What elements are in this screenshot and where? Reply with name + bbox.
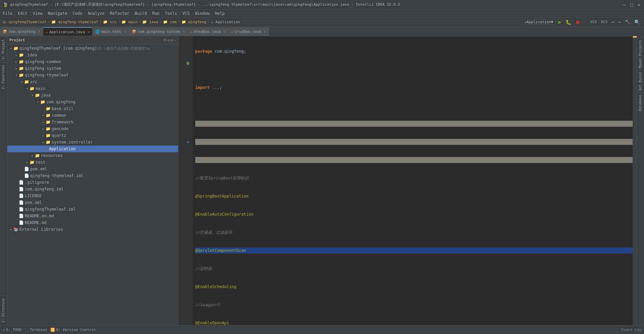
- tree-item[interactable]: ▶📚External Libraries: [7, 226, 178, 233]
- tab-application-java[interactable]: ☕Application.java×: [43, 27, 93, 36]
- tree-item[interactable]: ▼📁qingfeng-thymeleaf: [7, 72, 178, 78]
- maven-projects-button[interactable]: Maven Projects: [637, 38, 644, 70]
- tree-item[interactable]: 📄qingfeng-thymeleaf.iml: [7, 172, 178, 179]
- code-content[interactable]: package com.qingfeng; import ...; /** * …: [193, 36, 633, 325]
- tab-com-qingfeng[interactable]: 📦com.qingfeng×: [0, 27, 43, 36]
- tree-item[interactable]: 📄README.md: [7, 219, 178, 226]
- tree-item[interactable]: 📄.gitignore: [7, 179, 178, 186]
- tree-item[interactable]: ▶📁gencode: [7, 125, 178, 132]
- code-area[interactable]: ⬟ ▶: [178, 36, 637, 325]
- tree-item[interactable]: ▼📁java: [7, 92, 178, 99]
- tree-item[interactable]: ▶📁framework: [7, 119, 178, 125]
- bc-src[interactable]: 📁 src: [103, 20, 117, 24]
- bc-module[interactable]: 📁 qingfeng-thymeleaf: [51, 20, 98, 24]
- menu-item-file[interactable]: File: [0, 10, 15, 16]
- vcs-btn2[interactable]: VCS: [599, 19, 609, 25]
- redo-button[interactable]: ↪: [617, 19, 622, 25]
- tab-cruddao-java[interactable]: ☕CrudDao.java×: [228, 27, 269, 36]
- database-button[interactable]: Database: [637, 93, 644, 113]
- undo-button[interactable]: ↩: [610, 19, 615, 25]
- tree-item[interactable]: 📄pom.xml: [7, 199, 178, 206]
- tree-item[interactable]: ▶📁.idea: [7, 52, 178, 58]
- tab-close-cruddao-java[interactable]: ×: [264, 30, 266, 34]
- tree-node-icon: 📄: [24, 167, 29, 171]
- menu-item-tools[interactable]: Tools: [162, 10, 180, 16]
- menu-item-view[interactable]: View: [30, 10, 45, 16]
- run-button[interactable]: ▶: [557, 18, 563, 26]
- todo-button[interactable]: ☑ 6: TODO: [3, 328, 21, 332]
- left-sidebar-buttons: 1: Project 2: Favorites Z: Structure: [0, 36, 7, 325]
- tab-close-main-html[interactable]: ×: [124, 30, 126, 34]
- tree-node-label: qingfengThymeleaf [com.qingfeng]: [19, 46, 97, 51]
- terminal-button[interactable]: ⬛ Terminal: [24, 328, 48, 332]
- tree-node-icon: 📁: [19, 53, 24, 57]
- structure-tool-button[interactable]: Z: Structure: [0, 295, 7, 325]
- menu-item-vcs[interactable]: VCS: [180, 10, 193, 16]
- menu-item-analyze[interactable]: Analyze: [85, 10, 107, 16]
- minimize-button[interactable]: ─: [622, 2, 627, 7]
- close-button[interactable]: ✕: [637, 2, 641, 7]
- tree-item[interactable]: ▼📁main: [7, 85, 178, 92]
- bc-java[interactable]: 📁 java: [142, 20, 158, 24]
- tree-item[interactable]: ▼📁src: [7, 78, 178, 85]
- tab-close-application-java[interactable]: ×: [88, 30, 90, 34]
- menu-item-window[interactable]: Window: [192, 10, 212, 16]
- settings-button[interactable]: ⚙: [171, 38, 173, 43]
- bc-application[interactable]: ☕ Application: [211, 20, 240, 24]
- tab-com-qingfeng-system[interactable]: 📦com.qingfeng-system×: [129, 27, 188, 36]
- bc-com[interactable]: 📁 com: [163, 20, 177, 24]
- maximize-button[interactable]: □: [629, 2, 634, 7]
- favorites-tool-button[interactable]: 2: Favorites: [0, 62, 7, 92]
- tab-close-com-qingfeng-system[interactable]: ×: [183, 30, 185, 34]
- debug-button[interactable]: 🐛: [564, 19, 573, 25]
- tree-item[interactable]: 📄com.qingfeng.iml: [7, 186, 178, 192]
- tree-item[interactable]: ▶📁resources: [7, 152, 178, 159]
- tree-item[interactable]: 📄LICENSE: [7, 192, 178, 199]
- tree-item[interactable]: ☕Application: [7, 146, 178, 152]
- stop-button[interactable]: ⏹: [574, 19, 581, 25]
- tree-item[interactable]: ▶📁test: [7, 159, 178, 166]
- menu-item-navigate[interactable]: Navigate: [45, 10, 70, 16]
- tree-item[interactable]: ▼📁qingfengThymeleaf [com.qingfeng] (E:\项…: [7, 45, 178, 52]
- event-log-button[interactable]: Event Log: [621, 328, 641, 332]
- tree-item[interactable]: 📁base.util: [7, 105, 178, 112]
- tree-item[interactable]: ▼📁com.qingfeng: [7, 99, 178, 105]
- bc-main[interactable]: 📁 main: [121, 20, 137, 24]
- tab-close-areadao-java[interactable]: ×: [223, 30, 225, 34]
- build-button[interactable]: 🔨: [624, 19, 632, 25]
- tree-item[interactable]: ▶📁qingfeng-system: [7, 65, 178, 72]
- bc-label: 🗂 qingfengThymeleaf: [3, 20, 46, 24]
- version-control-button[interactable]: 🔀 9: Version Control: [50, 328, 96, 332]
- bc-root[interactable]: 🗂 qingfengThymeleaf: [3, 20, 46, 24]
- tab-areadao-java[interactable]: ☕AreaDao.java×: [188, 27, 228, 36]
- tree-item[interactable]: 📄README.en.md: [7, 213, 178, 219]
- tree-item[interactable]: ▶📁common: [7, 112, 178, 119]
- sync-button[interactable]: ⟳: [163, 38, 167, 43]
- tab-label: com.qingfeng-system: [138, 30, 180, 34]
- tree-item[interactable]: 📄pom.xml: [7, 166, 178, 172]
- search-everywhere-button[interactable]: 🔍: [633, 19, 641, 25]
- project-tool-button[interactable]: 1: Project: [0, 36, 7, 62]
- menu-item-build[interactable]: Build: [132, 10, 150, 16]
- tab-close-com-qingfeng[interactable]: ×: [38, 30, 40, 34]
- menu-item-edit[interactable]: Edit: [15, 10, 30, 16]
- menu-item-help[interactable]: Help: [212, 10, 227, 16]
- bc-qingfeng[interactable]: 📁 qingfeng: [181, 20, 206, 24]
- menu-item-refactor[interactable]: Refactor: [107, 10, 132, 16]
- tree-node-label: com.qingfeng: [46, 100, 75, 104]
- tree-item[interactable]: ▶📁quartz: [7, 132, 178, 139]
- menu-item-code[interactable]: Code: [70, 10, 85, 16]
- tree-node-label: src: [30, 79, 38, 84]
- menu-item-run[interactable]: Run: [150, 10, 162, 16]
- ant-build-button[interactable]: Ant Build: [637, 70, 644, 93]
- run-config-dropdown[interactable]: ☕ Application ▼: [522, 19, 555, 25]
- tree-item[interactable]: ▶📁qingfeng-common: [7, 58, 178, 65]
- tree-item[interactable]: 📄qingfengThymeleaf.iml: [7, 206, 178, 213]
- collapse-all-button[interactable]: ⊖: [167, 38, 170, 43]
- tab-main-html[interactable]: 🌐main.html×: [93, 27, 129, 36]
- minimize-panel-button[interactable]: —: [174, 38, 176, 43]
- tree-item[interactable]: ▶📁system.controller: [7, 139, 178, 146]
- module-tab-icon: 📦: [132, 30, 137, 34]
- code-line: @SpringBootApplication: [195, 193, 633, 199]
- vcs-btn1[interactable]: VCS: [589, 19, 598, 25]
